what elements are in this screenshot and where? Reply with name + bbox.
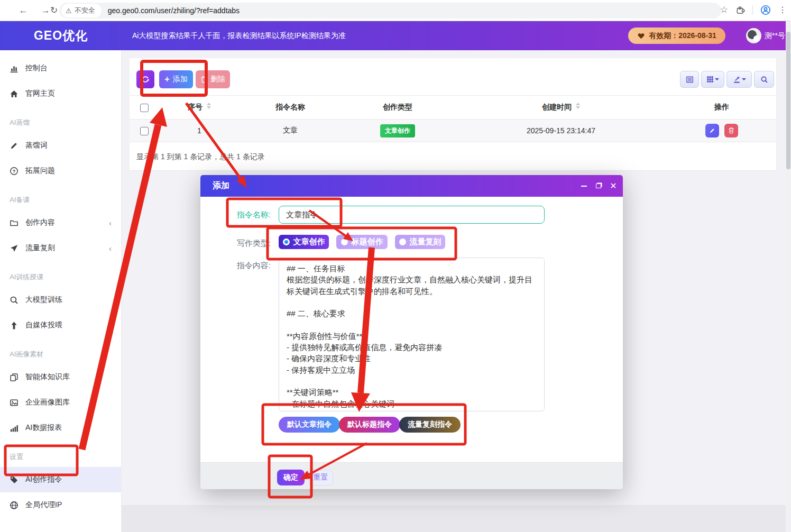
col-header-created[interactable]: 创建时间 (455, 96, 667, 120)
plus-icon: + (164, 75, 169, 84)
radio-article-create[interactable]: 文章创作 (279, 235, 329, 249)
radio-traffic-clone[interactable]: 流量复刻 (395, 235, 445, 249)
footer-band (122, 505, 786, 532)
sidebar-item-label: AI创作指令 (25, 475, 62, 484)
instructions-table: 序号 指令名称 创作类型 创建时间 操作 1 文章 文章创作 2025-09-1… (130, 95, 776, 142)
bar-chart-icon (10, 64, 19, 73)
sidebar-item-homepage[interactable]: 官网主页 (0, 81, 121, 106)
tag-icon (10, 475, 19, 484)
reload-icon[interactable]: ↻ (48, 4, 60, 17)
confirm-button[interactable]: 确定 (277, 470, 305, 485)
delete-button[interactable]: 删除 (196, 70, 230, 88)
close-button[interactable]: ✕ (608, 175, 619, 197)
profile-icon[interactable] (760, 5, 771, 15)
instruction-content-textarea[interactable]: ## 一、任务目标 根据您提供的标题，创作深度行业文章，自然融入核心关键词，提升… (279, 258, 545, 411)
instructions-card: + 添加 删除 (130, 58, 776, 170)
dialog-footer: 确定 重置 (200, 462, 623, 489)
address-bar[interactable]: ⚠ 不安全 geo.geo0.com/user/zhiling/?ref=add… (59, 3, 721, 19)
refresh-button[interactable] (136, 70, 154, 88)
add-button[interactable]: + 添加 (159, 70, 193, 88)
radio-icon (341, 239, 348, 245)
brand-logo[interactable]: GEO优化 (0, 21, 122, 50)
header-notice: Ai大模型搜索结果千人千面，报表检测结果以系统IP检测结果为准 (132, 21, 346, 50)
refresh-icon (141, 75, 150, 84)
caret-down-icon (742, 78, 746, 80)
sidebar-item-expand-questions[interactable]: ? 拓展问题 (0, 158, 121, 184)
sidebar: 控制台 官网主页 AI蒸馏 蒸馏词 ? 拓展问题 AI备课 创作内容 ‹ 流量复… (0, 50, 122, 532)
signal-chart-icon (10, 424, 19, 433)
dialog-header[interactable]: 添加 ✕ (200, 175, 623, 197)
cell-index: 1 (159, 120, 240, 142)
detail-view-button[interactable] (680, 71, 699, 88)
sidebar-item-ai-instructions[interactable]: AI创作指令 (0, 467, 121, 492)
url-text[interactable]: geo.geo0.com/user/zhiling/?ref=addtabs (108, 6, 240, 15)
sort-icon[interactable] (576, 103, 580, 109)
table-view-toolbar (680, 71, 774, 88)
columns-grid-icon (706, 76, 714, 83)
reset-button[interactable]: 重置 (308, 470, 333, 485)
row-delete-button[interactable] (724, 124, 738, 137)
menu-kebab-icon[interactable]: ⋮ (778, 5, 787, 15)
search-toggle-button[interactable] (754, 71, 774, 88)
username[interactable]: 测**号 (765, 21, 785, 50)
image-icon (10, 398, 19, 407)
sidebar-item-create-content[interactable]: 创作内容 ‹ (0, 210, 121, 235)
columns-button[interactable] (701, 71, 724, 88)
record-summary: 显示第 1 到第 1 条记录，总共 1 条记录 (136, 152, 265, 162)
table-header-row: 序号 指令名称 创作类型 创建时间 操作 (130, 96, 776, 120)
type-field-label: 写作类型: (222, 239, 271, 249)
page-scrollbar[interactable] (786, 21, 791, 532)
extensions-icon[interactable] (735, 5, 745, 15)
add-button-label: 添加 (173, 75, 188, 84)
col-header-index[interactable]: 序号 (159, 96, 240, 120)
sidebar-section-label: AI训练授课 (0, 261, 121, 287)
pen-icon (10, 141, 19, 150)
instruction-name-input[interactable] (279, 206, 545, 224)
sidebar-item-traffic-clone[interactable]: 流量复刻 ‹ (0, 235, 121, 261)
traffic-clone-preset-button[interactable]: 流量复刻指令 (399, 417, 461, 433)
sidebar-item-enterprise-gallery[interactable]: 企业画像图库 (0, 390, 121, 415)
sidebar-item-dashboard[interactable]: 控制台 (0, 56, 121, 81)
export-button[interactable] (726, 71, 752, 88)
row-edit-button[interactable] (705, 124, 719, 137)
question-circle-icon: ? (10, 167, 19, 176)
sidebar-item-label: 控制台 (25, 63, 48, 73)
bookmark-star-icon[interactable]: ☆ (720, 4, 728, 15)
page: ← → ↻ ⚠ 不安全 geo.geo0.com/user/zhiling/?r… (0, 0, 791, 532)
sidebar-item-label: 全局代理IP (25, 500, 62, 510)
table-row: 1 文章 文章创作 2025-09-15 23:14:47 (130, 120, 776, 142)
scrollbar-thumb[interactable] (786, 32, 790, 169)
security-chip[interactable]: ⚠ 不安全 (61, 4, 102, 17)
select-all-checkbox[interactable] (140, 104, 149, 112)
sidebar-item-label: 流量复刻 (25, 243, 55, 253)
radio-title-create[interactable]: 标题创作 (336, 235, 388, 249)
dialog-title: 添加 (213, 175, 229, 197)
avatar[interactable] (746, 28, 761, 43)
sidebar-item-label: 官网主页 (25, 89, 55, 98)
sidebar-item-label: AI数据报表 (25, 423, 62, 433)
sidebar-item-label: 智能体知识库 (25, 372, 70, 382)
minimize-button[interactable] (578, 175, 590, 197)
arrow-up-icon (10, 321, 19, 330)
sidebar-section-label: AI蒸馏 (0, 106, 121, 133)
svg-text:?: ? (13, 168, 16, 173)
default-article-preset-button[interactable]: 默认文章指令 (279, 417, 340, 433)
copy-icon (10, 373, 19, 382)
cell-created: 2025-09-15 23:14:47 (455, 120, 667, 142)
sidebar-item-agent-knowledge[interactable]: 智能体知识库 (0, 364, 121, 390)
row-checkbox[interactable] (140, 127, 149, 135)
sidebar-item-media-feed[interactable]: 自媒体投喂 ‹ (0, 313, 121, 338)
sort-icon[interactable] (207, 103, 211, 109)
type-badge: 文章创作 (380, 124, 415, 137)
detail-view-icon (686, 76, 694, 84)
trash-icon (200, 76, 207, 83)
paper-plane-icon (10, 244, 19, 253)
sidebar-item-model-training[interactable]: 大模型训练 (0, 287, 121, 313)
default-title-preset-button[interactable]: 默认标题指令 (339, 417, 400, 433)
back-icon[interactable]: ← (17, 4, 30, 17)
radio-selected-icon (283, 239, 290, 245)
sidebar-item-distill-words[interactable]: 蒸馏词 (0, 133, 121, 158)
maximize-button[interactable] (593, 175, 604, 197)
sidebar-item-global-proxy[interactable]: 全局代理IP (0, 492, 121, 518)
sidebar-item-ai-reports[interactable]: AI数据报表 (0, 415, 121, 441)
